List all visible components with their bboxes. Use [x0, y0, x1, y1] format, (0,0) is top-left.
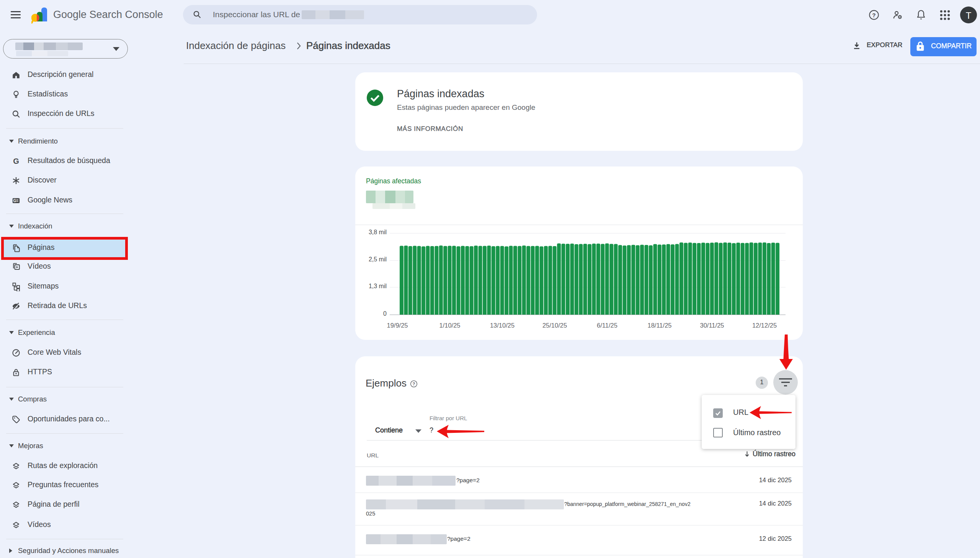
svg-text:?: ?	[413, 382, 415, 386]
